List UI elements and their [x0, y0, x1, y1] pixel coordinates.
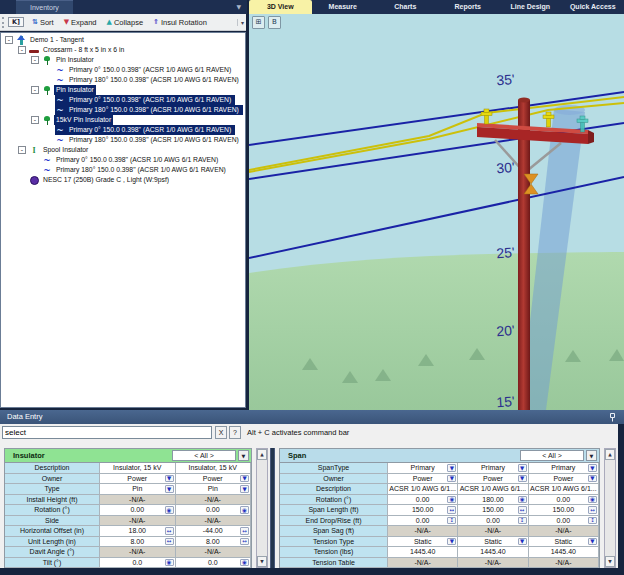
tree-expander[interactable]: - [31, 116, 39, 124]
dropdown-button[interactable]: ▼ [518, 538, 527, 546]
field-value-cell[interactable]: 0.00↕ [458, 516, 528, 526]
command-help-button[interactable]: ? [229, 426, 241, 439]
harrow-button[interactable]: ↔ [165, 538, 174, 546]
dropdown-button[interactable]: ▼ [447, 475, 456, 483]
command-close-button[interactable]: X [215, 426, 227, 439]
dropdown-button[interactable]: ▼ [165, 475, 174, 483]
harrow-button[interactable]: ↔ [240, 527, 249, 535]
field-value-cell[interactable]: 0.00↕ [388, 516, 458, 526]
command-input[interactable] [2, 426, 212, 439]
tree-item[interactable]: -Pin Insulator [1, 55, 245, 65]
sort-button[interactable]: ⇅Sort [27, 16, 59, 29]
rotate-button[interactable]: ◉ [240, 559, 249, 567]
harrow-button[interactable]: ↔ [165, 527, 174, 535]
field-value-cell[interactable]: Insulator, 15 kV [100, 463, 176, 473]
pole[interactable] [518, 98, 530, 411]
field-value-cell[interactable]: 1445.40 [388, 547, 458, 557]
tab-charts[interactable]: Charts [374, 0, 437, 14]
field-value-cell[interactable]: 1445.40 [529, 547, 599, 557]
field-value-cell[interactable]: Primary▼ [529, 463, 599, 473]
field-value-cell[interactable]: 0.00◉ [388, 495, 458, 505]
rotate-button[interactable]: ◉ [240, 506, 249, 514]
tree-expander[interactable]: - [31, 86, 39, 94]
insulator-scrollbar[interactable]: ▲ ▼ [256, 448, 268, 568]
dropdown-button[interactable]: ▼ [588, 464, 597, 472]
tree-item[interactable]: NESC 17 (250B) Grade C , Light (W:9psf) [1, 175, 245, 185]
field-value-cell[interactable]: Power▼ [458, 474, 528, 484]
rotate-button[interactable]: ◉ [588, 496, 597, 504]
field-value-cell[interactable]: 0.00◉ [176, 505, 252, 515]
field-value-cell[interactable]: Primary▼ [458, 463, 528, 473]
field-value-cell[interactable]: 0.00◉ [100, 505, 176, 515]
rotate-button[interactable]: ◉ [518, 496, 527, 504]
field-value-cell[interactable]: Pin▼ [100, 484, 176, 494]
dropdown-button[interactable]: ▼ [165, 485, 174, 493]
tree-item[interactable]: ~Primary 0° 150.0 0.398" (ACSR 1/0 AWG 6… [1, 125, 245, 135]
dropdown-button[interactable]: ▼ [240, 485, 249, 493]
span-filter-select[interactable]: < All > [520, 450, 584, 461]
tree-item[interactable]: -Pin Insulator [1, 85, 245, 95]
field-value-cell[interactable]: Static▼ [529, 537, 599, 547]
viewport-button-2[interactable]: B [268, 16, 281, 29]
scroll-up-button[interactable]: ▲ [605, 449, 615, 460]
dropdown-button[interactable]: ▼ [447, 464, 456, 472]
dropdown-button[interactable]: ▼ [588, 538, 597, 546]
tree-item[interactable]: ~Primary 180° 150.0 0.398" (ACSR 1/0 AWG… [1, 105, 245, 115]
field-value-cell[interactable]: 0.0◉ [100, 558, 176, 568]
tree-expander[interactable]: - [5, 36, 13, 44]
span-filter-caret-icon[interactable]: ▼ [586, 450, 597, 461]
expand-button[interactable]: ▼Expand [59, 16, 102, 29]
insul-rotation-button[interactable]: ⇑Insul Rotation [148, 16, 212, 29]
field-value-cell[interactable]: Primary▼ [388, 463, 458, 473]
toolbar-grip[interactable] [2, 17, 5, 28]
field-value-cell[interactable]: Static▼ [458, 537, 528, 547]
field-value-cell[interactable]: 0.00↕ [529, 516, 599, 526]
field-value-cell[interactable]: Power▼ [529, 474, 599, 484]
tree-expander[interactable]: - [18, 46, 26, 54]
field-value-cell[interactable]: 180.00◉ [458, 495, 528, 505]
field-value-cell[interactable]: ACSR 1/0 AWG 6/1... [458, 484, 528, 494]
tab-line-design[interactable]: Line Design [499, 0, 562, 14]
tree-item[interactable]: -Demo 1 - Tangent [1, 35, 245, 45]
field-value-cell[interactable]: 0.00◉ [529, 495, 599, 505]
toolbar-overflow-button[interactable]: ▾ [237, 19, 244, 26]
rotate-button[interactable]: ◉ [447, 496, 456, 504]
varrow-button[interactable]: ↕ [447, 517, 456, 525]
tree-item[interactable]: -ISpool Insulator [1, 145, 245, 155]
rotate-button[interactable]: ◉ [165, 506, 174, 514]
varrow-button[interactable]: ↕ [588, 517, 597, 525]
tab-3d-view[interactable]: 3D View [249, 0, 312, 14]
field-value-cell[interactable]: Power▼ [100, 474, 176, 484]
tree-item[interactable]: ~Primary 180° 150.0 0.398" (ACSR 1/0 AWG… [1, 75, 245, 85]
harrow-button[interactable]: ↔ [240, 538, 249, 546]
field-value-cell[interactable]: -44.00↔ [176, 526, 252, 536]
field-value-cell[interactable]: Power▼ [176, 474, 252, 484]
tree-item[interactable]: -15kV Pin Insulator [1, 115, 245, 125]
dropdown-button[interactable]: ▼ [240, 475, 249, 483]
tree-item[interactable]: ~Primary 0° 150.0 0.398" (ACSR 1/0 AWG 6… [1, 65, 245, 75]
harrow-button[interactable]: ↔ [588, 506, 597, 514]
tab-reports[interactable]: Reports [437, 0, 500, 14]
scroll-down-button[interactable]: ▼ [257, 556, 267, 567]
field-value-cell[interactable]: 1445.40 [458, 547, 528, 557]
tree-item[interactable]: ~Primary 180° 150.0 0.398" (ACSR 1/0 AWG… [1, 165, 245, 175]
tree-item[interactable]: ~Primary 0° 150.0 0.398" (ACSR 1/0 AWG 6… [1, 155, 245, 165]
field-value-cell[interactable]: Pin▼ [176, 484, 252, 494]
tab-quick-access[interactable]: Quick Access [562, 0, 624, 14]
insulator-filter-select[interactable]: < All > [172, 450, 236, 461]
field-value-cell[interactable]: ACSR 1/0 AWG 6/1... [529, 484, 599, 494]
harrow-button[interactable]: ↔ [518, 506, 527, 514]
dropdown-button[interactable]: ▼ [518, 464, 527, 472]
k-button[interactable]: K] [8, 17, 24, 27]
tree-expander[interactable]: - [18, 146, 26, 154]
dropdown-button[interactable]: ▼ [518, 475, 527, 483]
scroll-up-button[interactable]: ▲ [257, 449, 267, 460]
field-value-cell[interactable]: ACSR 1/0 AWG 6/1... [388, 484, 458, 494]
insulator-filter-caret-icon[interactable]: ▼ [238, 450, 249, 461]
viewport-3d[interactable]: 35' 30' 25' 20' 15' ⊞ B [249, 14, 624, 410]
field-value-cell[interactable]: 150.00↔ [529, 505, 599, 515]
tree-item[interactable]: ~Primary 180° 150.0 0.398" (ACSR 1/0 AWG… [1, 135, 245, 145]
collapse-button[interactable]: ▲Collapse [101, 16, 148, 29]
varrow-button[interactable]: ↕ [518, 517, 527, 525]
span-scrollbar[interactable]: ▲ ▼ [604, 448, 616, 568]
